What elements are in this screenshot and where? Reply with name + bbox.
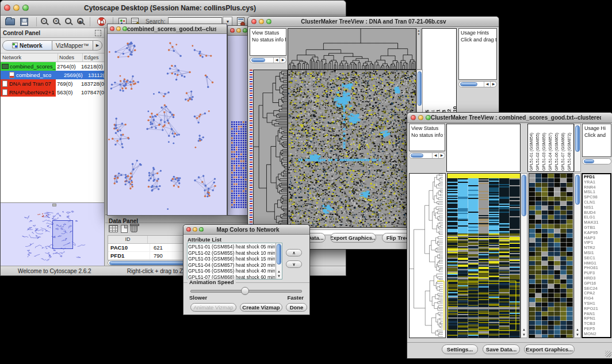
- gene-label[interactable]: ELG1: [584, 215, 610, 220]
- scroll-right-arrow[interactable]: ▶: [280, 58, 286, 63]
- close-button[interactable]: [411, 115, 416, 120]
- minimize-button[interactable]: [259, 19, 264, 24]
- scroll-up-arrow[interactable]: ▲: [276, 269, 282, 274]
- zoom-window-button[interactable]: [199, 227, 204, 232]
- network1-canvas[interactable]: [108, 34, 225, 214]
- tv1-column-dendrogram-panel[interactable]: [288, 28, 416, 70]
- scroll-up-arrow[interactable]: ▲: [575, 327, 580, 332]
- zoom-window-button[interactable]: [123, 26, 127, 31]
- zoom-out-icon[interactable]: −: [41, 18, 47, 24]
- minimize-button[interactable]: [193, 227, 197, 232]
- new-doc-icon[interactable]: [121, 225, 128, 233]
- column-header-network[interactable]: Network: [1, 53, 58, 62]
- gene-label[interactable]: PAN1: [584, 312, 610, 317]
- gene-label[interactable]: SEC1: [584, 256, 610, 261]
- gene-label[interactable]: PEP5: [584, 327, 610, 332]
- scroll-left-arrow[interactable]: ◀: [273, 58, 280, 63]
- tv1-hints-hscroll-thumb[interactable]: [460, 82, 477, 86]
- report-icon[interactable]: [237, 17, 244, 26]
- gene-label[interactable]: MSI1: [584, 251, 610, 256]
- tv2-row-dendrogram-panel[interactable]: [409, 173, 446, 338]
- gene-label[interactable]: SPC98: [584, 195, 610, 200]
- gene-label[interactable]: CLN1: [584, 200, 610, 205]
- scroll-right-arrow[interactable]: ▶: [490, 82, 496, 87]
- data-column-id[interactable]: ID: [108, 236, 148, 243]
- close-button[interactable]: [230, 28, 235, 33]
- open-folder-icon[interactable]: [5, 18, 15, 25]
- zoom-actual-icon[interactable]: [65, 18, 71, 24]
- close-button[interactable]: [110, 26, 114, 31]
- gene-label[interactable]: VIP1: [584, 240, 610, 246]
- gene-label[interactable]: YRA1: [584, 180, 610, 185]
- close-button[interactable]: [4, 5, 10, 11]
- gene-label[interactable]: HAP3: [584, 236, 610, 241]
- table-grid-icon[interactable]: [109, 225, 118, 232]
- minimize-button[interactable]: [418, 115, 423, 120]
- zoom-window-button[interactable]: [22, 5, 29, 11]
- main-titlebar[interactable]: Cytoscape Desktop (Session Name: collins…: [1, 1, 346, 16]
- tv2-status-hscrollbar[interactable]: ◀▶: [409, 152, 445, 159]
- scroll-left-arrow[interactable]: ◀: [484, 82, 490, 87]
- attribute-listbox[interactable]: GPL51-01 (GSM854) heat shock 05 minGPL51…: [187, 243, 282, 279]
- network-list-row[interactable]: DNA and Tran 07769(0)183728(0): [1, 79, 104, 88]
- gene-label[interactable]: PFD1: [584, 175, 610, 180]
- network-list-row[interactable]: combined_sco2569(6)13112(15): [1, 71, 104, 79]
- minimize-button[interactable]: [236, 28, 241, 33]
- attribute-list-item[interactable]: GPL51-06 (GSM865) heat shock 40 min: [188, 268, 275, 274]
- tv2-heatmap-panel[interactable]: [447, 173, 521, 338]
- gene-label[interactable]: RPO21: [584, 306, 610, 312]
- gene-label[interactable]: MSL1: [584, 190, 610, 195]
- gene-label[interactable]: NIS1: [584, 205, 610, 210]
- scroll-down-arrow[interactable]: ▼: [521, 332, 527, 337]
- zoom-in-icon[interactable]: +: [53, 18, 59, 24]
- gene-label[interactable]: TCB3: [584, 321, 610, 327]
- tv2-zoom-vscroll-thumb[interactable]: [575, 175, 580, 205]
- gene-label[interactable]: NTR2: [584, 246, 610, 251]
- export-graphics--button[interactable]: Export Graphics...: [524, 344, 575, 354]
- float-panel-icon[interactable]: [95, 30, 101, 36]
- save-data--button[interactable]: Save Data...: [483, 344, 520, 354]
- gene-label[interactable]: HMG1: [584, 261, 610, 266]
- column-header-edges[interactable]: Edges: [83, 53, 104, 62]
- gene-label[interactable]: PUF3: [584, 271, 610, 276]
- save-icon[interactable]: [20, 18, 28, 26]
- attribute-list-vscrollbar[interactable]: ▲ ▼: [276, 243, 282, 279]
- attribute-list-item[interactable]: GPL51-02 (GSM855) heat shock 10 min: [188, 250, 275, 256]
- attribute-list-item[interactable]: GPL51-03 (GSM856) heat shock 15 min: [188, 256, 275, 262]
- zoom-window-button[interactable]: [426, 115, 431, 120]
- treeview1-titlebar[interactable]: ClusterMaker TreeView : DNA and Tran 07-…: [248, 17, 499, 27]
- tv2-labels-vscrollbar[interactable]: [574, 124, 581, 172]
- gene-label[interactable]: PHO81: [584, 266, 610, 271]
- tv2-zoom-heatmap-panel[interactable]: [529, 173, 573, 338]
- tv2-zoom-heatmap-canvas[interactable]: [529, 174, 573, 338]
- zoom-window-button[interactable]: [266, 19, 271, 24]
- tv1-row-dendrogram-panel[interactable]: [253, 70, 288, 228]
- move-up-button[interactable]: ∧: [286, 249, 302, 256]
- help-lifering-icon[interactable]: [97, 17, 106, 26]
- tab-network[interactable]: Network: [2, 40, 52, 51]
- network-list-row[interactable]: RNAPuberNov2+1563(0)107847(0): [1, 88, 104, 97]
- minimize-button[interactable]: [116, 26, 121, 31]
- tab-overflow[interactable]: ▶: [93, 40, 102, 51]
- gene-label[interactable]: GPI16: [584, 281, 610, 286]
- tv1-heatmap-vscroll-thumb[interactable]: [418, 71, 422, 106]
- move-down-button[interactable]: ∨: [286, 260, 302, 268]
- zoom-window-button[interactable]: [243, 28, 247, 33]
- tv1-mini-scroll-strip[interactable]: ▲▼: [416, 28, 421, 70]
- tv2-status-hscroll-thumb[interactable]: [411, 154, 423, 158]
- scroll-down-arrow[interactable]: ▼: [575, 332, 580, 337]
- gene-label[interactable]: FIG4: [584, 296, 610, 301]
- attribute-list-item[interactable]: GPL51-04 (GSM857) heat shock 20 min: [188, 262, 275, 269]
- dialog-titlebar[interactable]: Map Colors to Network: [183, 225, 309, 235]
- tv1-heatmap-canvas[interactable]: [288, 70, 416, 227]
- scroll-right-arrow[interactable]: ▶: [438, 153, 445, 158]
- tv1-column-dendrogram-canvas[interactable]: [288, 29, 416, 69]
- scroll-up-arrow[interactable]: ▲: [521, 327, 527, 332]
- gene-label[interactable]: SEC24: [584, 286, 610, 292]
- close-button[interactable]: [186, 227, 191, 232]
- gene-label[interactable]: CPA2: [584, 291, 610, 296]
- done-button[interactable]: Done: [286, 303, 307, 312]
- animation-speed-slider-thumb[interactable]: [241, 287, 249, 295]
- tv2-row-dendrogram-canvas[interactable]: [410, 174, 445, 338]
- gene-label[interactable]: YSH1: [584, 301, 610, 306]
